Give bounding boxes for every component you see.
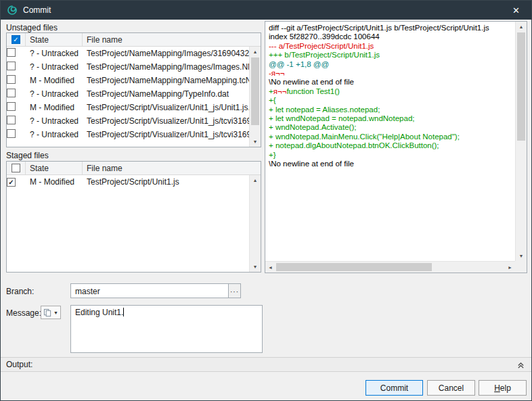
scrollbar-corner bbox=[515, 261, 527, 273]
staged-files-table: State File name ✓M - ModifiedTestProject… bbox=[6, 161, 261, 273]
diff-line: + notepad.dlgAboutNotepad.btnOK.ClickBut… bbox=[269, 141, 514, 150]
diff-vertical-scrollbar[interactable]: ▲ ▼ bbox=[515, 22, 527, 261]
message-label: Message: bbox=[6, 308, 41, 318]
file-checkbox[interactable] bbox=[7, 62, 16, 70]
table-row[interactable]: ? - UntrackedTestProject/NameMapping/Ima… bbox=[7, 60, 249, 74]
output-label: Output: bbox=[6, 360, 32, 369]
file-checkbox[interactable] bbox=[7, 48, 16, 57]
unstaged-rows: ? - UntrackedTestProject/NameMapping/Ima… bbox=[7, 47, 249, 147]
scroll-thumb[interactable] bbox=[276, 263, 432, 271]
collapse-output-button[interactable] bbox=[515, 360, 526, 371]
column-header-filename[interactable]: File name bbox=[83, 33, 261, 46]
scroll-down-icon[interactable]: ▼ bbox=[250, 262, 261, 272]
diff-line: +я¬¬function Test1() bbox=[269, 87, 514, 96]
scroll-thumb[interactable] bbox=[251, 57, 259, 125]
diff-line: + wndNotepad.Activate(); bbox=[269, 123, 514, 132]
file-state: ? - Untracked bbox=[26, 114, 83, 128]
staged-table-header: State File name bbox=[7, 162, 261, 175]
titlebar: Commit ✕ bbox=[1, 1, 531, 20]
dropdown-arrow-icon: ▼ bbox=[53, 310, 58, 315]
file-name: TestProject/NameMapping/Images/316904328… bbox=[83, 47, 249, 60]
column-header-state[interactable]: State bbox=[26, 33, 83, 46]
file-name: TestProject/Script/Unit1.js bbox=[83, 175, 249, 189]
branch-field[interactable]: master ··· bbox=[70, 283, 241, 298]
scroll-down-icon[interactable]: ▼ bbox=[250, 137, 261, 147]
diff-line: -я¬¬ bbox=[269, 69, 514, 78]
recent-messages-icon bbox=[43, 308, 52, 317]
diff-line: --- a/TestProject/Script/Unit1.js bbox=[269, 42, 514, 51]
diff-line: +} bbox=[269, 151, 514, 160]
file-state: M - Modified bbox=[26, 175, 83, 189]
file-state: ? - Untracked bbox=[26, 128, 83, 141]
table-row[interactable]: ? - UntrackedTestProject/Script/Visualiz… bbox=[7, 128, 249, 141]
file-state: M - Modified bbox=[26, 74, 83, 87]
scroll-right-icon[interactable]: ► bbox=[505, 262, 515, 273]
file-name: TestProject/Script/Visualizer/Unit1_js/U… bbox=[83, 101, 249, 114]
table-row[interactable]: ? - UntrackedTestProject/NameMapping/Ima… bbox=[7, 47, 249, 60]
select-all-cell bbox=[7, 162, 26, 174]
window-title: Commit bbox=[23, 5, 51, 15]
browse-branch-button[interactable]: ··· bbox=[228, 284, 240, 298]
diff-content: diff --git a/TestProject/Script/Unit1.js… bbox=[269, 24, 514, 260]
app-logo-icon bbox=[7, 5, 18, 16]
message-value: Editing Unit1. bbox=[75, 308, 123, 317]
help-button[interactable]: Help bbox=[479, 380, 527, 396]
file-state: ? - Untracked bbox=[26, 60, 83, 74]
unstaged-files-table: ✓ State File name ? - UntrackedTestProje… bbox=[6, 32, 261, 147]
staged-files-label: Staged files bbox=[6, 151, 49, 160]
file-checkbox[interactable] bbox=[7, 102, 16, 111]
unstaged-files-label: Unstaged files bbox=[6, 23, 58, 32]
select-all-checkbox[interactable]: ✓ bbox=[12, 35, 20, 44]
unstaged-vertical-scrollbar[interactable]: ▲ ▼ bbox=[249, 47, 261, 147]
file-checkbox[interactable] bbox=[7, 129, 16, 138]
staged-vertical-scrollbar[interactable]: ▲ ▼ bbox=[249, 175, 261, 272]
diff-horizontal-scrollbar[interactable]: ◄ ► bbox=[265, 261, 515, 273]
chevron-up-icon bbox=[517, 362, 525, 369]
table-row[interactable]: ? - UntrackedTestProject/NameMapping/Typ… bbox=[7, 87, 249, 101]
recent-messages-button[interactable]: ▼ bbox=[41, 306, 61, 319]
diff-line: \No newline at end of file bbox=[269, 78, 514, 87]
table-row[interactable]: ✓M - ModifiedTestProject/Script/Unit1.js bbox=[7, 175, 249, 189]
cancel-button[interactable]: Cancel bbox=[427, 380, 475, 396]
diff-viewer: diff --git a/TestProject/Script/Unit1.js… bbox=[265, 21, 527, 273]
scroll-thumb[interactable] bbox=[517, 32, 525, 141]
scroll-up-icon[interactable]: ▲ bbox=[516, 22, 527, 32]
branch-value: master bbox=[71, 284, 240, 296]
diff-line: @@ -1 +1,8 @@ bbox=[269, 60, 514, 69]
column-header-filename[interactable]: File name bbox=[83, 162, 261, 174]
diff-line: + wndNotepad.MainMenu.Click("Help|About … bbox=[269, 133, 514, 141]
scroll-down-icon[interactable]: ▼ bbox=[516, 251, 527, 261]
file-name: TestProject/NameMapping/Images/Images.NM… bbox=[83, 60, 249, 74]
diff-line: diff --git a/TestProject/Script/Unit1.js… bbox=[269, 24, 514, 32]
table-row[interactable]: ? - UntrackedTestProject/Script/Visualiz… bbox=[7, 114, 249, 128]
diff-line: +{ bbox=[269, 96, 514, 105]
file-checkbox[interactable] bbox=[7, 89, 16, 97]
branch-label: Branch: bbox=[6, 287, 34, 296]
scroll-left-icon[interactable]: ◄ bbox=[265, 262, 275, 273]
diff-line: + let notepad = Aliases.notepad; bbox=[269, 105, 514, 114]
diff-line: + let wndNotepad = notepad.wndNotepad; bbox=[269, 114, 514, 123]
select-all-checkbox[interactable] bbox=[12, 164, 20, 172]
select-all-cell: ✓ bbox=[7, 33, 26, 46]
close-button[interactable]: ✕ bbox=[501, 1, 531, 20]
file-checkbox[interactable] bbox=[7, 116, 16, 124]
diff-line: index 5f28270..399dcdc 100644 bbox=[269, 32, 514, 41]
file-checkbox[interactable] bbox=[7, 75, 16, 84]
message-input[interactable]: Editing Unit1. bbox=[70, 305, 263, 353]
file-name: TestProject/Script/Visualizer/Unit1_js/t… bbox=[83, 114, 249, 128]
file-checkbox[interactable]: ✓ bbox=[7, 178, 16, 187]
diff-line: \No newline at end of file bbox=[269, 160, 514, 168]
commit-button[interactable]: Commit bbox=[365, 380, 423, 396]
output-section-header: Output: bbox=[1, 357, 531, 372]
scroll-up-icon[interactable]: ▲ bbox=[250, 47, 261, 57]
column-header-state[interactable]: State bbox=[26, 162, 83, 174]
diff-line: +++ b/TestProject/Script/Unit1.js bbox=[269, 51, 514, 60]
scroll-up-icon[interactable]: ▲ bbox=[250, 175, 261, 185]
table-row[interactable]: M - ModifiedTestProject/Script/Visualize… bbox=[7, 101, 249, 114]
text-caret bbox=[123, 308, 124, 316]
file-state: ? - Untracked bbox=[26, 87, 83, 101]
table-row[interactable]: M - ModifiedTestProject/NameMapping/Name… bbox=[7, 74, 249, 87]
file-state: M - Modified bbox=[26, 101, 83, 114]
file-name: TestProject/Script/Visualizer/Unit1_js/t… bbox=[83, 128, 249, 141]
file-name: TestProject/NameMapping/TypeInfo.dat bbox=[83, 87, 249, 101]
